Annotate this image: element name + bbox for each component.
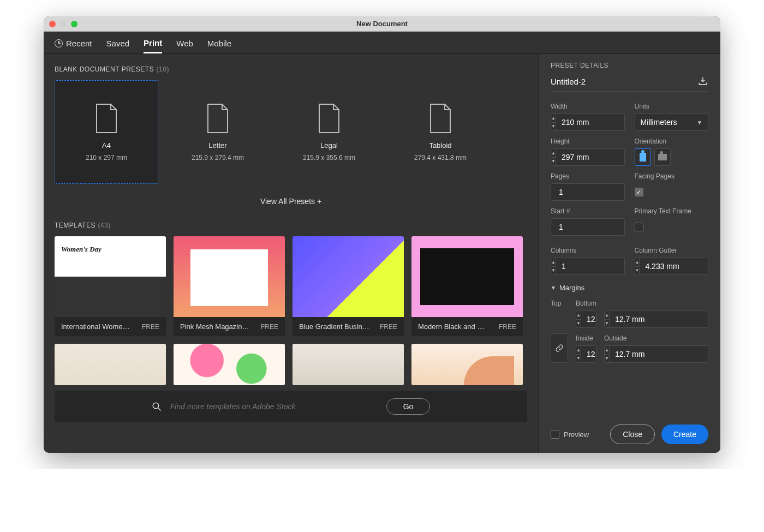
margin-inside-label: Inside [576, 334, 596, 342]
preview-label: Preview [564, 431, 589, 439]
height-label: Height [551, 138, 625, 145]
step-up-icon[interactable]: ▲ [576, 311, 581, 320]
templates-grid: International Wome…FREE Pink Mesh Magazi… [55, 236, 527, 385]
preset-tabloid[interactable]: Tabloid 279.4 x 431.8 mm [389, 80, 492, 184]
close-button[interactable]: Close [610, 425, 655, 444]
gutter-field[interactable]: ▲▼ [635, 258, 709, 275]
preview-checkbox[interactable] [551, 430, 559, 439]
width-input[interactable] [556, 114, 625, 130]
step-down-icon[interactable]: ▼ [551, 267, 556, 275]
step-down-icon[interactable]: ▼ [635, 267, 640, 275]
preset-name: A4 [102, 141, 111, 150]
svg-point-0 [153, 403, 159, 409]
template-card[interactable]: Blue Gradient Busine…FREE [293, 236, 404, 336]
margin-bottom-field[interactable]: ▲▼ [604, 310, 708, 328]
tab-recent[interactable]: Recent [55, 39, 92, 53]
step-down-icon[interactable]: ▼ [551, 123, 556, 131]
preset-details-panel: PRESET DETAILS Width Units ▲▼ Millimeter… [538, 54, 720, 453]
document-name-input[interactable] [551, 77, 660, 86]
templates-count: (43) [98, 222, 110, 229]
step-up-icon[interactable]: ▲ [551, 149, 556, 158]
start-field[interactable] [551, 218, 625, 236]
window-title: New Document [44, 20, 720, 28]
template-card[interactable] [293, 344, 404, 385]
margin-inside-input[interactable] [581, 346, 596, 362]
gutter-input[interactable] [640, 258, 708, 274]
template-card[interactable]: International Wome…FREE [55, 236, 166, 336]
margin-top-input[interactable] [581, 311, 596, 327]
presets-header: BLANK DOCUMENT PRESETS (10) [55, 64, 527, 74]
margin-outside-field[interactable]: ▲▼ [604, 345, 708, 363]
preset-letter[interactable]: Letter 215.9 x 279.4 mm [166, 80, 270, 184]
left-panel[interactable]: BLANK DOCUMENT PRESETS (10) A4 210 x 297… [44, 54, 538, 453]
margin-outside-input[interactable] [610, 346, 708, 362]
tab-print[interactable]: Print [144, 38, 162, 53]
template-badge: FREE [499, 323, 516, 331]
primary-text-frame-checkbox[interactable] [635, 223, 643, 231]
margins-toggle[interactable]: ▼ Margins [551, 284, 708, 292]
tab-saved[interactable]: Saved [106, 39, 130, 53]
width-label: Width [551, 103, 625, 110]
template-card[interactable]: Modern Black and W…FREE [411, 236, 523, 336]
page-icon [428, 103, 452, 134]
preset-legal[interactable]: Legal 215.9 x 355.6 mm [277, 80, 381, 184]
columns-field[interactable]: ▲▼ [551, 258, 625, 275]
height-input[interactable] [556, 149, 625, 165]
units-label: Units [635, 103, 709, 110]
tab-mobile[interactable]: Mobile [207, 39, 231, 53]
new-document-window: New Document Recent Saved Print Web Mobi… [44, 16, 720, 453]
portrait-icon [640, 153, 646, 162]
go-button[interactable]: Go [386, 398, 431, 415]
step-down-icon[interactable]: ▼ [605, 355, 609, 363]
margin-top-label: Top [551, 300, 568, 307]
orientation-portrait[interactable] [635, 148, 651, 166]
presets-count: (10) [157, 65, 169, 73]
save-preset-icon[interactable] [697, 76, 708, 87]
stock-search-bar: Go [55, 391, 527, 422]
link-margins-button[interactable] [551, 333, 568, 363]
create-button[interactable]: Create [661, 425, 708, 444]
step-down-icon[interactable]: ▼ [576, 355, 581, 363]
template-thumb [411, 344, 523, 385]
pages-field[interactable] [551, 183, 625, 201]
preset-dim: 215.9 x 279.4 mm [192, 154, 244, 162]
margin-top-field[interactable]: ▲▼ [576, 310, 596, 328]
templates-header: TEMPLATES (43) [55, 220, 527, 230]
step-up-icon[interactable]: ▲ [605, 311, 609, 320]
step-down-icon[interactable]: ▼ [576, 320, 581, 328]
step-up-icon[interactable]: ▲ [635, 258, 640, 267]
chevron-down-icon: ▼ [551, 285, 556, 291]
preset-name: Letter [208, 141, 226, 150]
step-up-icon[interactable]: ▲ [605, 346, 609, 355]
tab-web[interactable]: Web [176, 39, 193, 53]
columns-input[interactable] [556, 258, 625, 274]
start-input[interactable] [551, 219, 625, 235]
step-up-icon[interactable]: ▲ [551, 258, 556, 267]
clock-icon [55, 39, 63, 47]
height-field[interactable]: ▲▼ [551, 148, 625, 166]
step-up-icon[interactable]: ▲ [576, 346, 581, 355]
pages-input[interactable] [551, 184, 625, 200]
margin-inside-field[interactable]: ▲▼ [576, 345, 596, 363]
orientation-landscape[interactable] [654, 148, 671, 166]
margin-bottom-input[interactable] [610, 311, 708, 327]
width-field[interactable]: ▲▼ [551, 113, 625, 131]
facing-pages-checkbox[interactable] [635, 188, 643, 196]
page-icon [206, 103, 230, 134]
template-card[interactable] [411, 344, 523, 385]
step-down-icon[interactable]: ▼ [551, 158, 556, 166]
preset-a4[interactable]: A4 210 x 297 mm [55, 80, 158, 184]
columns-label: Columns [551, 247, 625, 254]
template-card[interactable] [55, 344, 166, 385]
step-up-icon[interactable]: ▲ [551, 114, 556, 123]
template-card[interactable]: Pink Mesh Magazine…FREE [174, 236, 285, 336]
template-thumb [411, 236, 523, 317]
presets-row: A4 210 x 297 mm Letter 215.9 x 279.4 mm … [55, 80, 527, 184]
stock-search-input[interactable] [170, 402, 334, 411]
view-all-presets[interactable]: View All Presets + [55, 197, 527, 206]
units-select[interactable]: Millimeters▼ [635, 113, 709, 131]
step-down-icon[interactable]: ▼ [605, 320, 609, 328]
template-card[interactable] [174, 344, 285, 385]
template-name: International Wome… [61, 322, 130, 331]
template-name: Pink Mesh Magazine… [180, 322, 251, 331]
